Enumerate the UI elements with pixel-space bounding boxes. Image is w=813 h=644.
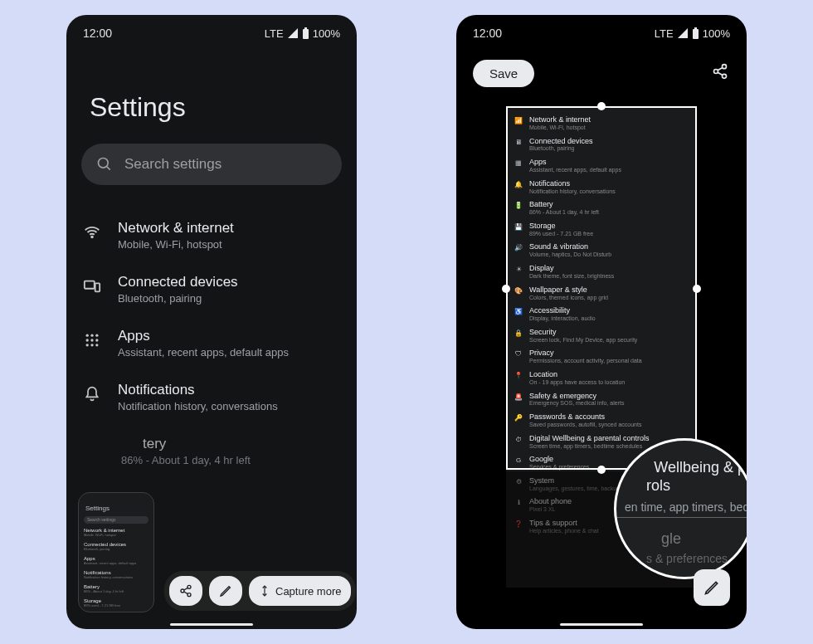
nav-handle[interactable] [170,623,253,626]
edit-button[interactable] [209,576,242,606]
item-sub: Notification history, conversations [118,400,278,412]
svg-rect-6 [95,283,100,291]
svg-point-25 [714,70,718,74]
mini-sub: 86% - About 1 day, 4 hr left [529,209,599,216]
mini-icon: ♿ [514,308,523,316]
settings-item-network[interactable]: Network & internetMobile, Wi-Fi, hotspot [75,208,342,262]
mini-sub: Assistant, recent apps, default apps [529,167,621,173]
mini-title: Storage [529,222,593,231]
mini-icon: 🔔 [514,181,523,189]
capture-more-label: Capture more [275,585,341,598]
mini-icon: ⏱ [514,436,523,444]
phone-right-crop: 12:00 LTE 100% Save 📶Network & internetM… [456,15,747,629]
bell-icon [84,386,100,402]
mini-settings-item: 🎨Wallpaper & styleColors, themed icons, … [506,283,697,305]
mini-sub: Emergency SOS, medical info, alerts [529,400,624,407]
share-button-top[interactable] [712,63,728,80]
page-title: Settings [66,46,357,144]
mag-line: rols [646,477,670,495]
crop-handle-top[interactable] [597,102,606,110]
mini-icon: 💾 [514,223,523,232]
share-button[interactable] [169,576,202,606]
mini-settings-item: 🚨Safety & emergencyEmergency SOS, medica… [506,389,697,411]
settings-item-apps[interactable]: AppsAssistant, recent apps, default apps [75,316,342,370]
mini-settings-item: 🔋Battery86% - About 1 day, 4 hr left [506,198,697,219]
svg-point-18 [187,593,191,597]
mini-sub: Saved passwords, autofill, synced accoun… [529,422,641,428]
mini-sub: 89% used - 7.21 GB free [529,231,593,237]
mini-settings-item: 🖥Connected devicesBluetooth, pairing [506,134,697,156]
wifi-icon [83,223,101,242]
mag-line: s & preferences [646,552,728,565]
mini-settings-item: 🔒SecurityScreen lock, Find My Device, ap… [506,325,697,347]
search-input[interactable]: Search settings [81,144,342,185]
nav-handle[interactable] [560,623,643,626]
save-button[interactable]: Save [473,60,534,87]
item-sub: Bluetooth, pairing [118,292,238,305]
status-battery: 100% [703,27,730,40]
svg-line-20 [184,592,188,594]
mini-icon: 📶 [514,117,523,125]
mini-sub: Bluetooth, pairing [529,145,593,152]
mini-settings-item: ▦AppsAssistant, recent apps, default app… [506,155,697,177]
mini-title: Network & internet [529,116,591,124]
svg-point-10 [86,339,89,341]
mini-icon: 🔋 [514,202,523,210]
item-title: Connected devices [118,274,238,290]
mini-icon: 🔊 [514,244,523,252]
screenshot-preview[interactable]: Settings Search settings Network & inter… [78,492,154,612]
status-time: 12:00 [473,27,502,40]
settings-item-battery[interactable]: tery86% - About 1 day, 4 hr left [75,424,342,478]
mini-settings-item: 🔑Passwords & accountsSaved passwords, au… [506,410,697,432]
status-battery: 100% [313,27,340,40]
mini-title: Safety & emergency [529,393,624,401]
mini-settings-item: 🔔NotificationsNotification history, conv… [506,177,697,198]
mini-settings-item: 🛡PrivacyPermissions, account activity, p… [506,346,697,368]
svg-line-19 [184,588,188,590]
phone-left-settings: 12:00 LTE 100% Settings Search settings … [66,15,357,629]
mini-sub: Screen lock, Find My Device, app securit… [529,337,637,344]
mini-icon: 📍 [514,372,523,380]
crop-handle-left[interactable] [502,285,510,293]
status-time: 12:00 [83,27,112,40]
battery-icon [692,27,699,39]
mini-sub: On - 19 apps have access to location [529,379,625,386]
share-icon [712,63,728,80]
svg-rect-22 [693,29,699,39]
expand-vertical-icon [259,584,270,598]
mini-sub: Volume, haptics, Do Not Disturb [529,251,611,258]
svg-point-16 [187,585,191,588]
signal-icon [677,28,689,38]
mini-title: Apps [529,159,621,167]
mini-sub: Mobile, Wi-Fi, hotspot [529,124,591,131]
svg-point-11 [90,339,93,341]
mini-settings-item: ♿AccessibilityDisplay, interaction, audi… [506,304,697,325]
mini-icon: 🔒 [514,329,523,338]
mini-title: Location [529,371,625,379]
mini-title: Digital Wellbeing & parental controls [529,435,649,443]
edit-fab[interactable] [694,569,730,606]
svg-point-26 [723,74,727,78]
status-network: LTE [655,27,674,40]
svg-point-24 [723,65,727,69]
mini-title: Passwords & accounts [529,413,641,422]
settings-item-connected[interactable]: Connected devicesBluetooth, pairing [75,262,342,316]
item-sub: Assistant, recent apps, default apps [118,346,289,359]
svg-rect-23 [694,27,697,29]
mini-title: Accessibility [529,307,596,315]
svg-point-9 [95,334,98,337]
mini-settings-item: 🔊Sound & vibrationVolume, haptics, Do No… [506,240,697,261]
crop-handle-bottom[interactable] [597,466,606,474]
svg-point-13 [86,344,89,346]
mini-icon: 🔑 [514,414,523,422]
pencil-icon [219,584,232,598]
search-icon [96,156,113,173]
crop-handle-right[interactable] [693,285,701,293]
mag-line: gle [661,530,681,548]
share-icon [179,584,192,598]
search-placeholder: Search settings [124,156,222,173]
item-sub: Mobile, Wi-Fi, hotspot [118,238,234,251]
mini-title: Display [529,265,614,273]
capture-more-button[interactable]: Capture more [249,576,351,606]
settings-item-notifications[interactable]: NotificationsNotification history, conve… [75,370,342,424]
